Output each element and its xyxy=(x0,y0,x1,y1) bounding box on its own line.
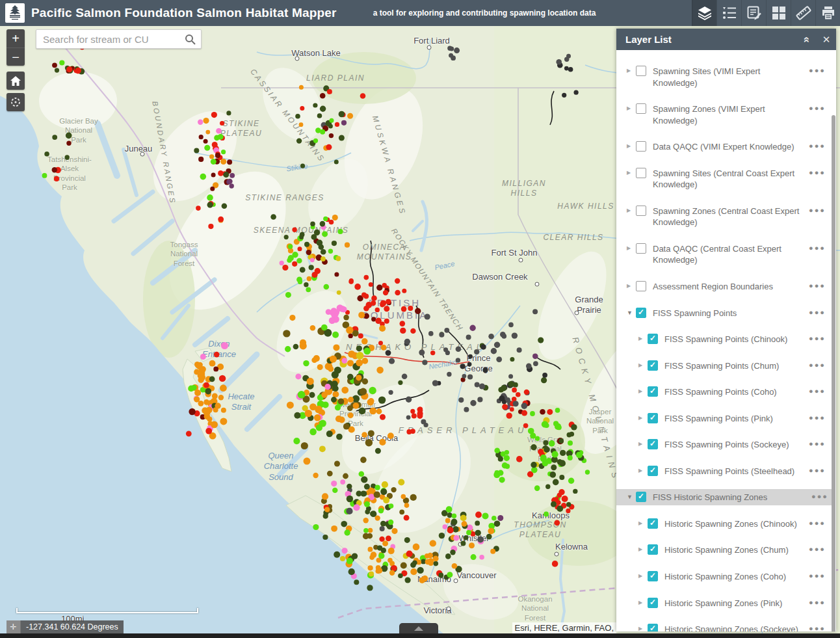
expand-arrow-icon[interactable]: ▶ xyxy=(638,520,646,526)
layer-visibility-checkbox[interactable] xyxy=(636,168,646,178)
layer-menu-button[interactable]: ●●● xyxy=(805,623,827,631)
layer-visibility-checkbox[interactable] xyxy=(648,518,658,529)
layer-item-label[interactable]: FISS Historic Spawning Zones xyxy=(653,491,807,503)
layer-visibility-checkbox[interactable] xyxy=(648,624,658,631)
layer-menu-button[interactable]: ●●● xyxy=(805,386,827,395)
zoom-out-button[interactable]: − xyxy=(7,47,25,66)
expand-arrow-icon[interactable]: ▶ xyxy=(638,546,646,552)
expand-arrow-icon[interactable]: ▶ xyxy=(627,245,635,251)
expand-arrow-icon[interactable]: ▶ xyxy=(638,441,646,447)
layer-item-label[interactable]: Spawning Sites (Central Coast Expert Kno… xyxy=(653,167,805,191)
layer-menu-button[interactable]: ●●● xyxy=(805,544,827,553)
layer-item-row[interactable]: ▶FISS Spawning Points (Steelhead)●●● xyxy=(627,463,830,479)
layer-menu-button[interactable]: ●●● xyxy=(805,518,827,527)
layer-item-label[interactable]: Spawning Zones (VIMI Expert Knowledge) xyxy=(653,103,805,126)
layer-item-label[interactable]: Data QAQC (Central Coast Expert Knowledg… xyxy=(653,243,805,266)
expand-arrow-icon[interactable]: ▶ xyxy=(638,336,646,341)
expand-arrow-icon[interactable]: ▶ xyxy=(627,170,635,176)
layer-item-row[interactable]: ▶Historic Spawning Zones (Coho)●●● xyxy=(627,568,830,585)
layer-visibility-checkbox[interactable] xyxy=(648,413,658,423)
layers-widget-button[interactable] xyxy=(692,0,716,26)
layer-item-row[interactable]: ▶FISS Spawning Points (Sockeye)●●● xyxy=(627,436,830,453)
layer-visibility-checkbox[interactable] xyxy=(648,439,658,449)
expand-arrow-icon[interactable]: ▶ xyxy=(627,105,635,111)
search-input[interactable] xyxy=(36,34,185,45)
layer-visibility-checkbox[interactable] xyxy=(648,386,658,397)
locate-button[interactable] xyxy=(7,93,25,111)
expand-arrow-icon[interactable]: ▶ xyxy=(638,573,646,579)
layer-visibility-checkbox[interactable] xyxy=(648,544,658,555)
layer-item-row[interactable]: ▶Spawning Sites (Central Coast Expert Kn… xyxy=(627,165,830,193)
layer-item-row[interactable]: ▶FISS Spawning Points (Chinook)●●● xyxy=(627,331,830,347)
collapse-arrow-icon[interactable]: ▼ xyxy=(627,310,635,316)
layer-item-row[interactable]: ▶Spawning Zones (VIMI Expert Knowledge)●… xyxy=(627,101,830,128)
layer-visibility-checkbox[interactable] xyxy=(636,308,646,318)
expand-arrow-icon[interactable]: ▶ xyxy=(627,283,635,289)
layer-item-row[interactable]: ▶Historic Spawning Zones (Chinook)●●● xyxy=(627,516,830,532)
layer-item-row[interactable]: ▶Historic Spawning Zones (Pink)●●● xyxy=(627,595,830,611)
layer-visibility-checkbox[interactable] xyxy=(636,141,646,152)
layer-menu-button[interactable]: ●●● xyxy=(805,280,827,289)
layer-menu-button[interactable]: ●●● xyxy=(805,140,827,150)
expand-arrow-icon[interactable]: ▶ xyxy=(638,468,646,473)
layer-visibility-checkbox[interactable] xyxy=(636,243,646,254)
layer-menu-button[interactable]: ●●● xyxy=(805,167,827,176)
edit-report-widget-button[interactable] xyxy=(741,0,766,26)
layer-item-label[interactable]: FISS Spawning Points (Chum) xyxy=(664,360,805,372)
coordinate-capture-icon[interactable]: ✛ xyxy=(7,620,21,633)
home-button[interactable] xyxy=(7,72,25,90)
layer-item-row[interactable]: ▶FISS Spawning Points (Coho)●●● xyxy=(627,384,830,400)
expand-arrow-icon[interactable]: ▶ xyxy=(638,415,646,421)
layer-item-label[interactable]: FISS Spawning Points (Pink) xyxy=(664,412,805,425)
close-panel-button[interactable]: ✕ xyxy=(817,29,836,50)
layer-visibility-checkbox[interactable] xyxy=(636,206,646,216)
layer-item-row[interactable]: ▶FISS Spawning Points (Pink)●●● xyxy=(627,410,830,427)
layer-menu-button[interactable]: ●●● xyxy=(805,103,827,112)
layer-item-label[interactable]: Spawning Zones (Central Coast Expert Kno… xyxy=(653,205,805,228)
layer-menu-button[interactable]: ●●● xyxy=(805,307,827,316)
layer-visibility-checkbox[interactable] xyxy=(636,103,646,114)
measure-widget-button[interactable] xyxy=(791,0,815,26)
layer-item-row[interactable]: ▶Data QAQC (Central Coast Expert Knowled… xyxy=(627,241,830,268)
layer-menu-button[interactable]: ●●● xyxy=(805,65,827,74)
layer-visibility-checkbox[interactable] xyxy=(648,360,658,371)
expand-arrow-icon[interactable]: ▶ xyxy=(638,362,646,368)
expand-arrow-icon[interactable]: ▶ xyxy=(627,207,635,213)
layer-menu-button[interactable]: ●●● xyxy=(805,597,827,606)
layer-visibility-checkbox[interactable] xyxy=(648,466,658,476)
layer-item-row[interactable]: ▶Historic Spawning Zones (Chum)●●● xyxy=(627,542,830,558)
layer-visibility-checkbox[interactable] xyxy=(648,334,658,344)
layer-item-row[interactable]: ▶Assessment Region Boundaries●●● xyxy=(627,278,830,295)
layer-menu-button[interactable]: ●●● xyxy=(805,412,827,421)
print-widget-button[interactable] xyxy=(815,0,840,26)
layer-menu-button[interactable]: ●●● xyxy=(805,333,827,342)
layer-menu-button[interactable]: ●●● xyxy=(805,438,827,447)
layer-menu-button[interactable]: ●●● xyxy=(807,491,830,500)
layer-item-label[interactable]: Historic Spawning Zones (Chum) xyxy=(664,544,805,556)
search-icon[interactable] xyxy=(185,34,196,45)
panel-scrollbar[interactable] xyxy=(832,115,835,631)
collapse-panel-button[interactable]: « xyxy=(797,29,817,50)
layer-item-label[interactable]: Historic Spawning Zones (Chinook) xyxy=(664,518,805,530)
zoom-in-button[interactable]: + xyxy=(7,29,25,47)
layer-item-label[interactable]: Historic Spawning Zones (Coho) xyxy=(664,570,805,583)
layer-item-label[interactable]: Historic Spawning Zones (Pink) xyxy=(664,597,805,609)
layer-item-label[interactable]: Data QAQC (VIMI Expert Knowledge) xyxy=(653,140,805,153)
layer-item-row[interactable]: ▶Spawning Sites (VIMI Expert Knowledge)●… xyxy=(627,63,830,90)
layer-item-label[interactable]: Assessment Region Boundaries xyxy=(653,280,805,293)
basemap-gallery-widget-button[interactable] xyxy=(766,0,791,26)
layer-menu-button[interactable]: ●●● xyxy=(805,360,827,369)
layer-item-label[interactable]: Historic Spawning Zones (Sockeye) xyxy=(664,623,805,631)
expand-arrow-icon[interactable]: ▶ xyxy=(638,388,646,394)
legend-widget-button[interactable] xyxy=(716,0,741,26)
layer-item-label[interactable]: FISS Spawning Points (Coho) xyxy=(664,386,805,398)
layer-visibility-checkbox[interactable] xyxy=(636,66,646,76)
layer-item-row[interactable]: ▶Data QAQC (VIMI Expert Knowledge)●●● xyxy=(627,139,830,155)
layer-item-row[interactable]: ▶FISS Spawning Points (Chum)●●● xyxy=(627,358,830,374)
expand-arrow-icon[interactable]: ▶ xyxy=(638,626,646,631)
layer-item-row[interactable]: ▶Historic Spawning Zones (Sockeye)●●● xyxy=(627,621,830,631)
layer-item-row[interactable]: ▼FISS Spawning Points●●● xyxy=(627,305,830,321)
collapse-arrow-icon[interactable]: ▼ xyxy=(627,494,635,500)
expand-arrow-icon[interactable]: ▶ xyxy=(627,68,635,73)
layer-menu-button[interactable]: ●●● xyxy=(805,243,827,252)
